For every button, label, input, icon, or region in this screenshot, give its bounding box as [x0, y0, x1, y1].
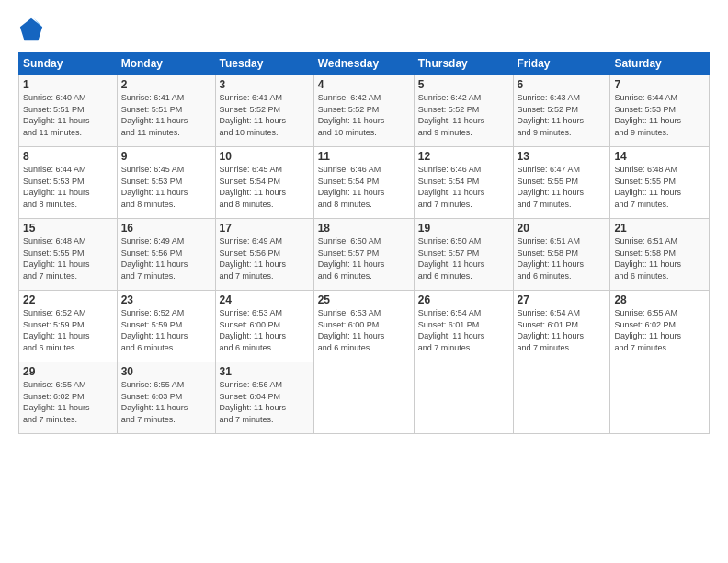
day-info: Sunrise: 6:42 AM Sunset: 5:52 PM Dayligh…: [418, 92, 509, 138]
day-number: 5: [418, 78, 509, 91]
day-info: Sunrise: 6:41 AM Sunset: 5:51 PM Dayligh…: [121, 92, 211, 138]
empty-cell: [414, 362, 513, 434]
day-info: Sunrise: 6:48 AM Sunset: 5:55 PM Dayligh…: [614, 164, 705, 210]
day-cell-30: 30Sunrise: 6:55 AM Sunset: 6:03 PM Dayli…: [117, 362, 215, 434]
day-info: Sunrise: 6:54 AM Sunset: 6:01 PM Dayligh…: [518, 307, 607, 353]
day-cell-10: 10Sunrise: 6:45 AM Sunset: 5:54 PM Dayli…: [215, 147, 313, 219]
day-number: 20: [518, 222, 607, 235]
day-cell-18: 18Sunrise: 6:50 AM Sunset: 5:57 PM Dayli…: [313, 219, 414, 291]
day-number: 22: [23, 293, 113, 306]
header: [18, 17, 710, 42]
day-info: Sunrise: 6:54 AM Sunset: 6:01 PM Dayligh…: [418, 307, 509, 353]
day-info: Sunrise: 6:49 AM Sunset: 5:56 PM Dayligh…: [220, 236, 310, 282]
day-cell-19: 19Sunrise: 6:50 AM Sunset: 5:57 PM Dayli…: [414, 219, 513, 291]
day-info: Sunrise: 6:40 AM Sunset: 5:51 PM Dayligh…: [23, 92, 113, 138]
day-number: 19: [418, 222, 509, 235]
empty-cell: [313, 362, 414, 434]
day-number: 26: [418, 293, 509, 306]
day-cell-29: 29Sunrise: 6:55 AM Sunset: 6:02 PM Dayli…: [19, 362, 118, 434]
day-number: 30: [121, 365, 211, 378]
day-info: Sunrise: 6:55 AM Sunset: 6:02 PM Dayligh…: [614, 307, 705, 353]
day-number: 28: [614, 293, 705, 306]
day-cell-31: 31Sunrise: 6:56 AM Sunset: 6:04 PM Dayli…: [215, 362, 313, 434]
day-cell-24: 24Sunrise: 6:53 AM Sunset: 6:00 PM Dayli…: [215, 291, 313, 362]
week-row-2: 15Sunrise: 6:48 AM Sunset: 5:55 PM Dayli…: [19, 219, 710, 291]
empty-cell: [610, 362, 710, 434]
day-cell-23: 23Sunrise: 6:52 AM Sunset: 5:59 PM Dayli…: [117, 291, 215, 362]
day-number: 29: [23, 365, 113, 378]
day-cell-21: 21Sunrise: 6:51 AM Sunset: 5:58 PM Dayli…: [610, 219, 710, 291]
day-number: 14: [614, 150, 705, 163]
day-number: 1: [23, 78, 113, 91]
day-info: Sunrise: 6:51 AM Sunset: 5:58 PM Dayligh…: [518, 236, 607, 282]
day-number: 4: [318, 78, 410, 91]
day-info: Sunrise: 6:50 AM Sunset: 5:57 PM Dayligh…: [318, 236, 410, 282]
col-header-friday: Friday: [513, 52, 610, 75]
header-row: SundayMondayTuesdayWednesdayThursdayFrid…: [19, 52, 710, 75]
page: SundayMondayTuesdayWednesdayThursdayFrid…: [0, 0, 728, 443]
day-cell-14: 14Sunrise: 6:48 AM Sunset: 5:55 PM Dayli…: [610, 147, 710, 219]
day-number: 3: [220, 78, 310, 91]
day-number: 16: [121, 222, 211, 235]
day-info: Sunrise: 6:56 AM Sunset: 6:04 PM Dayligh…: [220, 379, 310, 425]
day-cell-26: 26Sunrise: 6:54 AM Sunset: 6:01 PM Dayli…: [414, 291, 513, 362]
day-info: Sunrise: 6:52 AM Sunset: 5:59 PM Dayligh…: [23, 307, 113, 353]
day-info: Sunrise: 6:42 AM Sunset: 5:52 PM Dayligh…: [318, 92, 410, 138]
day-cell-4: 4Sunrise: 6:42 AM Sunset: 5:52 PM Daylig…: [313, 75, 414, 147]
day-cell-22: 22Sunrise: 6:52 AM Sunset: 5:59 PM Dayli…: [19, 291, 118, 362]
day-number: 11: [318, 150, 410, 163]
week-row-0: 1Sunrise: 6:40 AM Sunset: 5:51 PM Daylig…: [19, 75, 710, 147]
logo: [18, 17, 46, 42]
day-info: Sunrise: 6:53 AM Sunset: 6:00 PM Dayligh…: [220, 307, 310, 353]
day-number: 9: [121, 150, 211, 163]
day-info: Sunrise: 6:44 AM Sunset: 5:53 PM Dayligh…: [614, 92, 705, 138]
day-cell-17: 17Sunrise: 6:49 AM Sunset: 5:56 PM Dayli…: [215, 219, 313, 291]
day-info: Sunrise: 6:49 AM Sunset: 5:56 PM Dayligh…: [121, 236, 211, 282]
day-number: 24: [220, 293, 310, 306]
day-number: 8: [23, 150, 113, 163]
day-cell-13: 13Sunrise: 6:47 AM Sunset: 5:55 PM Dayli…: [513, 147, 610, 219]
day-cell-6: 6Sunrise: 6:43 AM Sunset: 5:52 PM Daylig…: [513, 75, 610, 147]
day-info: Sunrise: 6:46 AM Sunset: 5:54 PM Dayligh…: [418, 164, 509, 210]
day-info: Sunrise: 6:51 AM Sunset: 5:58 PM Dayligh…: [614, 236, 705, 282]
day-info: Sunrise: 6:45 AM Sunset: 5:53 PM Dayligh…: [121, 164, 211, 210]
day-cell-27: 27Sunrise: 6:54 AM Sunset: 6:01 PM Dayli…: [513, 291, 610, 362]
day-cell-28: 28Sunrise: 6:55 AM Sunset: 6:02 PM Dayli…: [610, 291, 710, 362]
day-info: Sunrise: 6:44 AM Sunset: 5:53 PM Dayligh…: [23, 164, 113, 210]
week-row-3: 22Sunrise: 6:52 AM Sunset: 5:59 PM Dayli…: [19, 291, 710, 362]
day-info: Sunrise: 6:46 AM Sunset: 5:54 PM Dayligh…: [318, 164, 410, 210]
day-info: Sunrise: 6:55 AM Sunset: 6:02 PM Dayligh…: [23, 379, 113, 425]
day-cell-1: 1Sunrise: 6:40 AM Sunset: 5:51 PM Daylig…: [19, 75, 118, 147]
day-info: Sunrise: 6:50 AM Sunset: 5:57 PM Dayligh…: [418, 236, 509, 282]
day-info: Sunrise: 6:48 AM Sunset: 5:55 PM Dayligh…: [23, 236, 113, 282]
week-row-4: 29Sunrise: 6:55 AM Sunset: 6:02 PM Dayli…: [19, 362, 710, 434]
day-number: 23: [121, 293, 211, 306]
day-cell-9: 9Sunrise: 6:45 AM Sunset: 5:53 PM Daylig…: [117, 147, 215, 219]
col-header-saturday: Saturday: [610, 52, 710, 75]
day-info: Sunrise: 6:43 AM Sunset: 5:52 PM Dayligh…: [518, 92, 607, 138]
col-header-tuesday: Tuesday: [215, 52, 313, 75]
day-info: Sunrise: 6:45 AM Sunset: 5:54 PM Dayligh…: [220, 164, 310, 210]
col-header-thursday: Thursday: [414, 52, 513, 75]
day-number: 25: [318, 293, 410, 306]
day-cell-2: 2Sunrise: 6:41 AM Sunset: 5:51 PM Daylig…: [117, 75, 215, 147]
day-cell-25: 25Sunrise: 6:53 AM Sunset: 6:00 PM Dayli…: [313, 291, 414, 362]
day-number: 13: [518, 150, 607, 163]
logo-icon: [18, 17, 44, 42]
day-number: 6: [518, 78, 607, 91]
day-number: 12: [418, 150, 509, 163]
day-cell-3: 3Sunrise: 6:41 AM Sunset: 5:52 PM Daylig…: [215, 75, 313, 147]
calendar-table: SundayMondayTuesdayWednesdayThursdayFrid…: [18, 52, 710, 434]
day-cell-5: 5Sunrise: 6:42 AM Sunset: 5:52 PM Daylig…: [414, 75, 513, 147]
day-cell-20: 20Sunrise: 6:51 AM Sunset: 5:58 PM Dayli…: [513, 219, 610, 291]
day-number: 17: [220, 222, 310, 235]
day-info: Sunrise: 6:52 AM Sunset: 5:59 PM Dayligh…: [121, 307, 211, 353]
col-header-sunday: Sunday: [19, 52, 118, 75]
day-cell-8: 8Sunrise: 6:44 AM Sunset: 5:53 PM Daylig…: [19, 147, 118, 219]
day-number: 21: [614, 222, 705, 235]
empty-cell: [513, 362, 610, 434]
day-info: Sunrise: 6:47 AM Sunset: 5:55 PM Dayligh…: [518, 164, 607, 210]
day-number: 10: [220, 150, 310, 163]
week-row-1: 8Sunrise: 6:44 AM Sunset: 5:53 PM Daylig…: [19, 147, 710, 219]
day-number: 15: [23, 222, 113, 235]
